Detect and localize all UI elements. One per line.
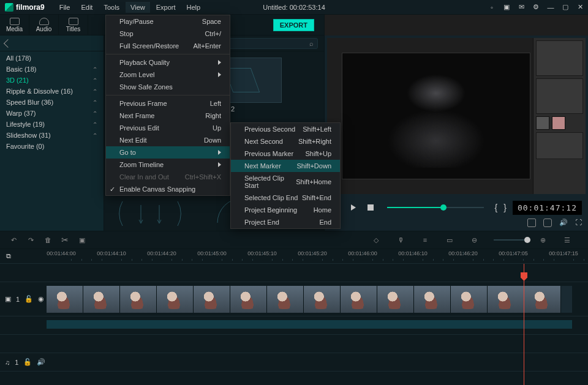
sidebar-item-slideshow[interactable]: Slideshow (31)⌃ [0,130,104,141]
video-audio-track[interactable] [0,316,588,335]
menuitem-full-screen-restore[interactable]: Full Screen/RestoreAlt+Enter [106,40,230,52]
menuitem-previous-second[interactable]: Previous SecondShift+Left [231,123,340,135]
menu-edit[interactable]: Edit [76,2,97,13]
undo-button[interactable]: ↶ [9,235,18,245]
tab-media[interactable]: Media [0,15,29,35]
preview-viewport[interactable] [327,38,586,194]
chevron-up-icon: ⌃ [92,77,97,84]
menuitem-show-safe-zones[interactable]: Show Safe Zones [106,81,230,93]
video-track[interactable]: ▣ 1 🔓 ◉ [0,282,588,316]
track-label: ▣ [5,295,11,303]
display-icon[interactable] [527,219,536,227]
menuitem-play-pause[interactable]: Play/PauseSpace [106,15,230,28]
sidebar-item-3d[interactable]: 3D (21)⌃ [0,75,104,86]
track-manager-icon[interactable]: ⧉ [6,252,11,260]
menuitem-stop[interactable]: StopCtrl+/ [106,28,230,40]
menuitem-previous-marker[interactable]: Previous MarkerShift+Up [231,148,340,160]
tab-audio[interactable]: Audio [29,15,59,35]
menuitem-next-marker[interactable]: Next MarkerShift+Down [231,160,340,172]
chevron-up-icon: ⌃ [92,66,97,73]
sidebar-item-ripple[interactable]: Ripple & Dissolve (16)⌃ [0,86,104,97]
menuitem-next-edit[interactable]: Next EditDown [106,134,230,146]
menu-help[interactable]: Help [182,2,206,13]
shortcut-label: Shift+Left [303,125,331,133]
sidebar-item-favourite[interactable]: Favourite (0) [0,141,104,152]
lock-icon[interactable]: 🔓 [24,295,33,303]
zoom-slider[interactable] [494,239,530,241]
submenu-arrow-icon [218,72,221,77]
menu-file[interactable]: File [55,2,75,13]
tab-titles[interactable]: Titles [59,15,88,35]
save-icon[interactable]: ▣ [502,3,511,12]
menuitem-project-end[interactable]: Project EndEnd [231,216,340,228]
menuitem-previous-edit[interactable]: Previous EditUp [106,122,230,134]
menuitem-go-to[interactable]: Go to [106,146,230,159]
render-icon[interactable]: ▭ [445,235,454,245]
maximize-button[interactable]: ▢ [561,3,570,12]
sidebar-item-lifestyle[interactable]: Lifestyle (19)⌃ [0,119,104,130]
submenu-goto-dropdown: Previous SecondShift+LeftNext SecondShif… [230,122,341,229]
settings-icon[interactable]: ⚙ [532,3,540,12]
fullscreen-icon[interactable]: ⛶ [575,219,582,227]
sidebar-item-all[interactable]: All (178) [0,53,104,64]
mail-icon[interactable]: ✉ [517,3,526,12]
menuitem-enable-canvas-snapping[interactable]: ✓Enable Canvas Snapping [106,183,230,195]
minimize-button[interactable]: — [546,3,555,12]
menuitem-zoom-level[interactable]: Zoom Level [106,69,230,81]
shortcut-label: Shift+Home [296,178,331,185]
menuitem-zoom-timeline[interactable]: Zoom Timeline [106,159,230,171]
preview-seek-slider[interactable] [387,207,484,208]
ruler-tick-label: 00:01:46:00 [348,250,377,256]
brace-left[interactable]: { [495,203,498,212]
sidebar-item-warp[interactable]: Warp (37)⌃ [0,108,104,119]
audio-waveform[interactable] [47,320,572,329]
brace-right[interactable]: } [503,203,507,212]
video-clip[interactable] [47,286,572,313]
crop-button[interactable]: ▣ [77,235,87,245]
mic-icon[interactable]: 🎙 [396,235,405,245]
zoom-in-button[interactable]: ⊕ [538,235,548,245]
stop-button[interactable] [365,202,376,213]
close-button[interactable]: ✕ [576,3,584,12]
visibility-icon[interactable]: ◉ [38,295,44,303]
zoom-out-button[interactable]: ⊖ [469,235,479,245]
menuitem-project-beginning[interactable]: Project BeginningHome [231,204,340,216]
shortcut-label: Shift+Right [298,138,331,145]
marker-icon[interactable]: ◇ [371,235,381,245]
preview-panel: { } 00:01:47:12 🔊 ⛶ [324,36,588,231]
sidebar-item-basic[interactable]: Basic (18)⌃ [0,64,104,75]
menu-export[interactable]: Export [151,2,181,13]
sidebar-item-speedblur[interactable]: Speed Blur (36)⌃ [0,97,104,108]
timeline-settings-icon[interactable]: ☰ [562,235,572,245]
play-button[interactable] [348,202,359,213]
menuitem-previous-frame[interactable]: Previous FrameLeft [106,97,230,110]
playhead[interactable] [524,264,524,385]
embedded-app-sidebar [533,38,586,194]
menu-tools[interactable]: Tools [99,2,124,13]
menuitem-next-frame[interactable]: Next FrameRight [106,110,230,122]
shortcut-label: Shift+Down [296,162,331,170]
timeline-ruler[interactable]: ⧉ 00:01:44:0000:01:44:1000:01:44:2000:01… [0,249,588,264]
snapshot-icon[interactable] [543,219,552,227]
chevron-up-icon: ⌃ [92,121,97,128]
user-icon[interactable]: ◦ [488,3,496,12]
menubar: File Edit Tools View Export Help [55,2,205,13]
export-button[interactable]: EXPORT [273,19,314,31]
mute-icon[interactable]: 🔊 [37,358,45,366]
delete-button[interactable]: 🗑 [43,235,53,245]
split-button[interactable]: ✂ [60,235,70,245]
menuitem-selected-clip-start[interactable]: Selected Clip StartShift+Home [231,172,340,192]
audio-track[interactable]: ♫ 1 🔓 🔊 [0,353,588,372]
back-icon[interactable] [4,39,12,47]
menu-view[interactable]: View [126,2,150,13]
menuitem-selected-clip-end[interactable]: Selected Clip EndShift+End [231,192,340,204]
lock-icon[interactable]: 🔓 [23,358,32,366]
menuitem-playback-quality[interactable]: Playback Quality [106,56,230,69]
ruler-tick-label: 00:01:46:10 [398,250,428,256]
shortcut-label: Down [204,136,221,144]
mixer-icon[interactable]: ≡ [420,235,430,245]
redo-button[interactable]: ↷ [26,235,36,245]
chevron-up-icon: ⌃ [92,110,97,117]
volume-icon[interactable]: 🔊 [559,219,568,227]
menuitem-next-second[interactable]: Next SecondShift+Right [231,135,340,148]
